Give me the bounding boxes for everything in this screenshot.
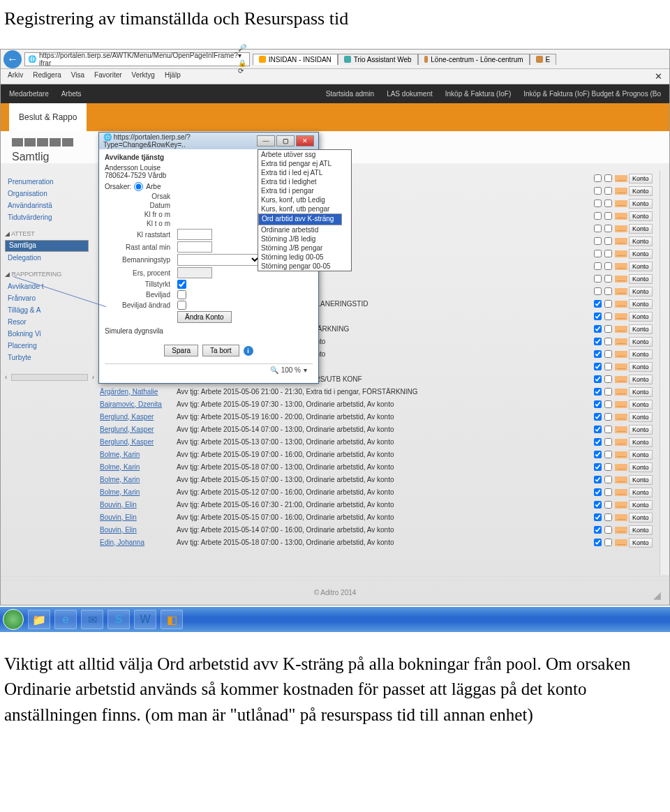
- row-checkbox-1[interactable]: [594, 476, 602, 483]
- row-more-button[interactable]: .....: [615, 439, 628, 446]
- row-more-button[interactable]: .....: [615, 514, 628, 521]
- row-checkbox-2[interactable]: [604, 174, 612, 182]
- konto-button[interactable]: Konto: [629, 186, 653, 196]
- konto-button[interactable]: Konto: [629, 236, 653, 246]
- konto-button[interactable]: Konto: [629, 475, 653, 485]
- scroll-left-icon[interactable]: ‹: [5, 373, 7, 381]
- row-checkbox-1[interactable]: [594, 513, 602, 521]
- row-name-link[interactable]: Berglund, Kasper: [100, 426, 177, 433]
- row-more-button[interactable]: .....: [615, 363, 628, 370]
- row-more-button[interactable]: .....: [615, 213, 628, 220]
- row-name-link[interactable]: Bouvin, Elin: [100, 501, 177, 509]
- menu-item[interactable]: Visa: [71, 71, 84, 82]
- row-more-button[interactable]: .....: [615, 313, 628, 320]
- scrollbar[interactable]: [660, 170, 669, 575]
- row-checkbox-2[interactable]: [604, 300, 612, 308]
- row-checkbox-2[interactable]: [604, 237, 612, 245]
- konto-button[interactable]: Konto: [629, 513, 653, 522]
- row-checkbox-1[interactable]: [594, 200, 602, 207]
- row-more-button[interactable]: .....: [615, 389, 628, 396]
- sidebar-item[interactable]: Avvikande t: [5, 280, 94, 292]
- row-name-link[interactable]: Årgärden, Nathalie: [100, 388, 177, 396]
- row-name-link[interactable]: Bolme, Karin: [100, 451, 177, 458]
- nav-item[interactable]: Medarbetare: [9, 90, 49, 98]
- row-checkbox-2[interactable]: [604, 413, 612, 421]
- info-icon[interactable]: i: [244, 346, 253, 356]
- row-checkbox-1[interactable]: [594, 526, 602, 534]
- row-checkbox-1[interactable]: [594, 338, 602, 345]
- popup-titlebar[interactable]: 🌐 https://portalen.tierp.se/?Type=Change…: [99, 133, 318, 149]
- dropdown-option[interactable]: Ord arbtid avv K-sträng: [258, 213, 342, 225]
- konto-button[interactable]: Konto: [629, 199, 653, 209]
- row-more-button[interactable]: .....: [615, 288, 628, 295]
- row-name-link[interactable]: Bolme, Karin: [100, 463, 177, 471]
- dropdown-option[interactable]: Störning J/B ledig: [258, 234, 351, 243]
- nav-item[interactable]: Inköp & Faktura (IoF): [445, 90, 511, 98]
- row-checkbox-2[interactable]: [604, 363, 612, 370]
- row-checkbox-2[interactable]: [604, 212, 612, 220]
- row-name-link[interactable]: Bajramovic, Dzenita: [100, 400, 177, 408]
- dropdown-option[interactable]: Kurs, konf, utb pengar: [258, 204, 351, 213]
- konto-button[interactable]: Konto: [629, 450, 653, 460]
- konto-button[interactable]: Konto: [629, 287, 653, 296]
- zoom-dropdown-icon[interactable]: ▾: [304, 366, 307, 374]
- orsak-dropdown-list[interactable]: Arbete utöver ssgExtra tid pengar ej ATL…: [258, 149, 352, 271]
- row-more-button[interactable]: .....: [615, 502, 628, 509]
- dropdown-option[interactable]: Störning ledig 00-05: [258, 253, 351, 262]
- dropdown-option[interactable]: Ordinarie arbetstid: [258, 225, 351, 234]
- row-checkbox-1[interactable]: [594, 287, 602, 295]
- dropdown-option[interactable]: Extra tid pengar ej ATL: [258, 159, 351, 168]
- url-field[interactable]: 🌐 https://portalen.tierp.se/AWTK/Menu/Me…: [24, 52, 250, 66]
- row-checkbox-1[interactable]: [594, 539, 602, 546]
- row-more-button[interactable]: .....: [615, 401, 628, 408]
- spara-button[interactable]: Spara: [164, 345, 198, 356]
- nav-item[interactable]: Startsida admin: [326, 90, 374, 98]
- row-checkbox-2[interactable]: [604, 187, 612, 195]
- menu-item[interactable]: Favoriter: [94, 71, 121, 82]
- row-checkbox-2[interactable]: [604, 262, 612, 270]
- beviljad-checkbox[interactable]: [177, 290, 186, 299]
- row-checkbox-1[interactable]: [594, 275, 602, 283]
- row-name-link[interactable]: Berglund, Kasper: [100, 413, 177, 421]
- row-checkbox-1[interactable]: [594, 463, 602, 471]
- row-more-button[interactable]: .....: [615, 527, 628, 534]
- konto-button[interactable]: Konto: [629, 538, 653, 548]
- sidebar-item[interactable]: Delegation: [5, 252, 94, 264]
- row-checkbox-2[interactable]: [604, 501, 612, 509]
- konto-button[interactable]: Konto: [629, 375, 653, 384]
- dropdown-option[interactable]: Kurs, konf, utb Ledig: [258, 195, 351, 204]
- row-checkbox-2[interactable]: [604, 350, 612, 358]
- row-checkbox-2[interactable]: [604, 513, 612, 521]
- row-more-button[interactable]: .....: [615, 225, 628, 232]
- row-checkbox-1[interactable]: [594, 237, 602, 245]
- row-checkbox-2[interactable]: [604, 275, 612, 283]
- menu-item[interactable]: Arkiv: [8, 71, 23, 82]
- row-more-button[interactable]: .....: [615, 250, 628, 257]
- row-checkbox-2[interactable]: [604, 200, 612, 207]
- row-more-button[interactable]: .....: [615, 489, 628, 496]
- row-more-button[interactable]: .....: [615, 351, 628, 358]
- konto-button[interactable]: Konto: [629, 500, 653, 510]
- konto-button[interactable]: Konto: [629, 337, 653, 347]
- row-name-link[interactable]: Bouvin, Elin: [100, 526, 177, 534]
- taskbar-skype-icon[interactable]: S: [107, 610, 130, 629]
- konto-button[interactable]: Konto: [629, 400, 653, 409]
- bemanningstyp-select[interactable]: [177, 254, 261, 266]
- search-refresh[interactable]: 🔎 ▾ 🔒 ⟳: [238, 44, 246, 75]
- menu-item[interactable]: Hjälp: [165, 71, 181, 82]
- row-checkbox-1[interactable]: [594, 488, 602, 496]
- row-checkbox-2[interactable]: [604, 426, 612, 433]
- row-checkbox-2[interactable]: [604, 526, 612, 534]
- row-more-button[interactable]: .....: [615, 476, 628, 483]
- konto-button[interactable]: Konto: [629, 262, 653, 271]
- close-button[interactable]: ✕: [296, 135, 314, 146]
- row-more-button[interactable]: .....: [615, 188, 628, 195]
- menu-item[interactable]: Verktyg: [132, 71, 155, 82]
- row-checkbox-1[interactable]: [594, 212, 602, 220]
- row-checkbox-2[interactable]: [604, 225, 612, 232]
- nav-item[interactable]: Inköp & Faktura (IoF) Budget & Prognos (…: [523, 90, 661, 98]
- tab[interactable]: Löne-centrum - Löne-centrum: [418, 54, 530, 65]
- sidebar-item[interactable]: Resor: [5, 316, 94, 328]
- dropdown-option[interactable]: Arbete utöver ssg: [258, 150, 351, 159]
- sidebar-item[interactable]: Tidutvärdering: [5, 211, 94, 223]
